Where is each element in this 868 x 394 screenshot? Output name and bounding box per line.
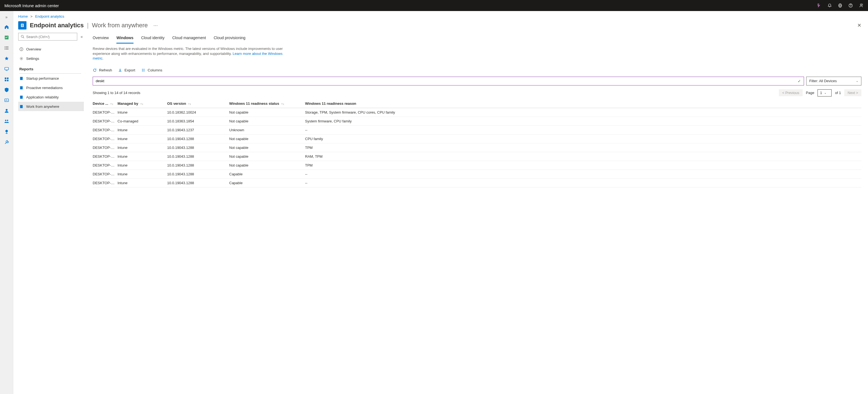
tab-cloud-provisioning[interactable]: Cloud provisioning [214, 33, 246, 43]
header-device[interactable]: Device ... ↑↓ [93, 99, 118, 108]
svg-point-17 [21, 35, 24, 37]
cell-device: DESKTOP-IT... [93, 161, 118, 170]
sort-icon: ↑↓ [110, 102, 113, 105]
table-search-field[interactable] [96, 79, 798, 83]
report-icon [19, 104, 24, 109]
feedback-icon[interactable] [859, 3, 864, 8]
rail-users-icon[interactable] [0, 106, 13, 115]
rail-reports-icon[interactable] [0, 96, 13, 105]
sidebar-item-overview[interactable]: Overview [18, 44, 84, 54]
side-nav: « Overview Settings Reports Startup perf… [13, 33, 84, 394]
sidebar-item-settings[interactable]: Settings [18, 54, 84, 63]
pager-previous-button[interactable]: < Previous [779, 89, 803, 96]
search-icon [21, 35, 25, 39]
cell-managed-by: Intune [118, 152, 167, 161]
rail-home-icon[interactable] [0, 23, 13, 31]
tab-overview[interactable]: Overview [93, 33, 109, 43]
table-row[interactable]: DESKTOP-3...Intune10.0.19043.1237Unknown… [93, 126, 861, 134]
breadcrumb-endpoint-analytics[interactable]: Endpoint analytics [35, 14, 65, 19]
table-row[interactable]: DESKTOP-V...Co-managed10.0.18363.1854Not… [93, 117, 861, 126]
cell-managed-by: Intune [118, 143, 167, 152]
close-icon[interactable]: ✕ [856, 21, 863, 30]
cell-os-version: 10.0.19043.1288 [167, 161, 229, 170]
table-row[interactable]: DESKTOP-U...Intune10.0.19043.1288Not cap… [93, 134, 861, 143]
table-search-input[interactable]: ✓ [93, 77, 804, 86]
table-row[interactable]: DESKTOP-IT...Intune10.0.19043.1288Not ca… [93, 161, 861, 170]
sidebar-search-input[interactable] [18, 33, 77, 40]
cell-status: Not capable [229, 161, 305, 170]
sidebar-item-application-reliability[interactable]: Application reliability [18, 92, 84, 102]
cell-reason: TPM [305, 161, 861, 170]
table-row[interactable]: DESKTOP-2...Intune10.0.18362.10024Not ca… [93, 108, 861, 117]
rail-devices-icon[interactable] [0, 65, 13, 73]
cell-status: Not capable [229, 117, 305, 126]
sidebar-item-proactive-remediations[interactable]: Proactive remediations [18, 83, 84, 92]
cell-os-version: 10.0.19043.1288 [167, 152, 229, 161]
rail-list-icon[interactable] [0, 43, 13, 53]
rail-groups-icon[interactable] [0, 117, 13, 126]
header-device-label: Device ... [93, 101, 108, 106]
header-readiness-status[interactable]: Windows 11 readiness status ↑↓ [229, 99, 305, 108]
settings-gear-icon[interactable] [838, 3, 843, 8]
app-header: Microsoft Intune admin center [0, 0, 868, 11]
refresh-button[interactable]: Refresh [93, 68, 112, 72]
report-icon [19, 76, 24, 80]
table-row[interactable]: DESKTOP-5I...Intune10.0.19043.1288Capabl… [93, 178, 861, 187]
cell-device: DESKTOP-B... [93, 152, 118, 161]
pager-next-button[interactable]: Next > [844, 89, 861, 96]
more-actions-icon[interactable]: ⋯ [151, 23, 160, 28]
filter-dropdown-label: Filter: All Devices [809, 79, 837, 83]
tab-cloud-management[interactable]: Cloud management [173, 33, 206, 43]
header-readiness-reason[interactable]: Windows 11 readiness reason [305, 99, 861, 108]
export-button[interactable]: Export [118, 68, 135, 72]
copilot-icon[interactable] [817, 3, 822, 8]
breadcrumb-home[interactable]: Home [18, 14, 28, 19]
main-panel: Overview Windows Cloud identity Cloud ma… [84, 33, 868, 394]
cell-device: DESKTOP-V... [93, 117, 118, 126]
svg-point-13 [5, 109, 7, 111]
rail-expand-icon[interactable]: » [4, 13, 9, 21]
cell-status: Not capable [229, 152, 305, 161]
sidebar-collapse-icon[interactable]: « [80, 33, 84, 40]
cell-status: Unknown [229, 126, 305, 134]
cell-status: Not capable [229, 143, 305, 152]
header-os-version[interactable]: OS version ↑↓ [167, 99, 229, 108]
cell-reason: -- [305, 170, 861, 178]
sidebar-search-field[interactable] [26, 35, 75, 39]
cell-status: Capable [229, 170, 305, 178]
page-subtitle: Work from anywhere [92, 22, 148, 29]
svg-rect-23 [20, 95, 23, 98]
rail-dashboard-icon[interactable] [0, 33, 13, 42]
tab-windows[interactable]: Windows [116, 33, 133, 43]
svg-point-5 [4, 48, 5, 48]
rail-troubleshoot-icon[interactable] [0, 138, 13, 147]
sort-icon: ↑↓ [281, 102, 284, 105]
breadcrumb-sep: > [30, 14, 33, 19]
svg-point-4 [4, 46, 5, 47]
cell-device: DESKTOP-II... [93, 170, 118, 178]
help-icon[interactable] [848, 3, 853, 8]
table-row[interactable]: DESKTOP-P9...Intune10.0.19043.1288Not ca… [93, 143, 861, 152]
sidebar-item-startup-performance[interactable]: Startup performance [18, 74, 84, 83]
search-confirm-icon[interactable]: ✓ [798, 79, 801, 83]
sort-icon: ↑↓ [188, 102, 191, 105]
notifications-icon[interactable] [827, 3, 832, 8]
title-divider: | [87, 22, 89, 29]
table-row[interactable]: DESKTOP-II...Intune10.0.19043.1288Capabl… [93, 170, 861, 178]
sidebar-item-label: Overview [26, 47, 41, 51]
header-managed-by[interactable]: Managed by ↑↓ [118, 99, 167, 108]
sidebar-item-work-from-anywhere[interactable]: Work from anywhere [18, 102, 84, 111]
rail-security-icon[interactable] [0, 86, 13, 94]
table-row[interactable]: DESKTOP-B...Intune10.0.19043.1288Not cap… [93, 152, 861, 161]
sidebar-item-label: Work from anywhere [26, 104, 59, 109]
rail-favorites-icon[interactable] [0, 54, 13, 63]
pager-page-select[interactable]: 1 ⌄ [817, 89, 832, 97]
svg-rect-8 [5, 77, 6, 79]
svg-rect-24 [20, 105, 23, 108]
rail-tenant-icon[interactable] [0, 127, 13, 136]
columns-button[interactable]: Columns [141, 68, 162, 72]
tab-cloud-identity[interactable]: Cloud identity [141, 33, 165, 43]
rail-apps-icon[interactable] [0, 75, 13, 84]
sort-icon: ↑↓ [141, 102, 144, 105]
filter-dropdown[interactable]: Filter: All Devices ⌄ [806, 77, 861, 86]
